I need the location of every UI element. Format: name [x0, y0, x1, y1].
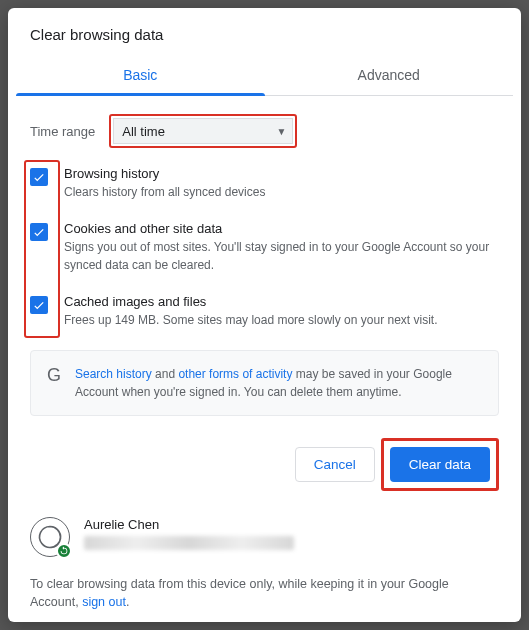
profile-section: Aurelie Chen — [8, 517, 521, 567]
sync-badge-icon — [56, 543, 72, 559]
profile-email-redacted — [84, 536, 294, 550]
option-title: Cookies and other site data — [64, 221, 499, 236]
dialog-footer: Cancel Clear data — [8, 438, 499, 491]
sign-out-link[interactable]: sign out — [82, 595, 126, 609]
option-title: Cached images and files — [64, 294, 437, 309]
highlight-time-range: All time ▼ — [109, 114, 297, 148]
time-range-value: All time — [122, 124, 165, 139]
link-search-history[interactable]: Search history — [75, 367, 152, 381]
google-account-notice: G Search history and other forms of acti… — [30, 350, 499, 416]
time-range-label: Time range — [30, 124, 95, 139]
cancel-button[interactable]: Cancel — [295, 447, 375, 482]
dialog-body: Time range All time ▼ Browsing history C… — [8, 96, 521, 438]
option-text: Cached images and files Frees up 149 MB.… — [64, 294, 437, 329]
profile-text: Aurelie Chen — [84, 517, 294, 550]
option-desc: Frees up 149 MB. Some sites may load mor… — [64, 312, 437, 329]
option-cookies[interactable]: Cookies and other site data Signs you ou… — [30, 221, 499, 274]
tab-bar: Basic Advanced — [16, 55, 513, 96]
tab-advanced[interactable]: Advanced — [265, 55, 514, 95]
clear-data-button[interactable]: Clear data — [390, 447, 490, 482]
option-desc: Signs you out of most sites. You'll stay… — [64, 239, 499, 274]
dialog-title: Clear browsing data — [8, 8, 521, 55]
option-text: Cookies and other site data Signs you ou… — [64, 221, 499, 274]
highlight-checkboxes — [24, 160, 60, 338]
option-title: Browsing history — [64, 166, 265, 181]
tab-basic[interactable]: Basic — [16, 55, 265, 95]
time-range-row: Time range All time ▼ — [30, 114, 499, 148]
google-g-icon: G — [47, 365, 61, 386]
link-other-activity[interactable]: other forms of activity — [178, 367, 292, 381]
signout-note: To clear browsing data from this device … — [8, 567, 521, 630]
highlight-clear-data: Clear data — [381, 438, 499, 491]
options-list: Browsing history Clears history from all… — [30, 166, 499, 330]
option-text: Browsing history Clears history from all… — [64, 166, 265, 201]
clear-browsing-data-dialog: Clear browsing data Basic Advanced Time … — [8, 8, 521, 622]
notice-text: Search history and other forms of activi… — [75, 365, 482, 401]
option-desc: Clears history from all synced devices — [64, 184, 265, 201]
time-range-select[interactable]: All time ▼ — [113, 118, 293, 144]
profile-name: Aurelie Chen — [84, 517, 294, 532]
avatar-wrap — [30, 517, 70, 557]
option-cache[interactable]: Cached images and files Frees up 149 MB.… — [30, 294, 499, 329]
option-browsing-history[interactable]: Browsing history Clears history from all… — [30, 166, 499, 201]
dropdown-caret-icon: ▼ — [276, 126, 286, 137]
